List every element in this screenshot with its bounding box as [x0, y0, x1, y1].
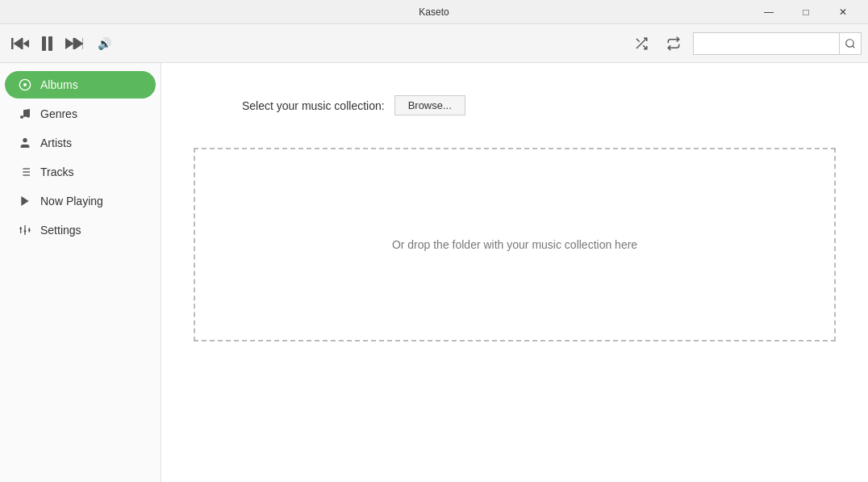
svg-marker-3 [23, 38, 30, 49]
tracks-label: Tracks [40, 166, 73, 178]
svg-point-28 [19, 228, 22, 230]
prev-icon [11, 37, 29, 50]
genres-label: Genres [40, 107, 77, 120]
prev-button[interactable] [6, 34, 34, 53]
svg-marker-1 [14, 38, 23, 49]
shuffle-button[interactable] [628, 31, 654, 57]
svg-marker-6 [75, 38, 83, 49]
albums-label: Albums [40, 78, 78, 91]
svg-point-30 [28, 229, 31, 232]
svg-point-17 [23, 138, 27, 142]
now-playing-icon [18, 194, 32, 208]
pause-icon [42, 36, 52, 51]
window-controls: — □ ✕ [750, 0, 862, 24]
genres-icon [18, 107, 32, 121]
pause-button[interactable] [37, 33, 57, 54]
volume-icon: 🔊 [98, 37, 111, 50]
sidebar-item-genres[interactable]: Genres [5, 100, 156, 128]
main-layout: Albums Genres Artists [0, 63, 868, 482]
sidebar-item-now-playing[interactable]: Now Playing [5, 187, 156, 215]
content-area: Select your music collection: Browse... … [161, 63, 868, 482]
settings-icon [18, 223, 32, 237]
transport-controls: 🔊 [6, 33, 111, 54]
close-button[interactable]: ✕ [824, 0, 862, 24]
svg-line-10 [636, 39, 640, 42]
search-button[interactable] [839, 33, 861, 54]
next-icon [65, 37, 83, 50]
repeat-button[interactable] [661, 31, 686, 57]
svg-rect-2 [21, 38, 23, 49]
now-playing-label: Now Playing [40, 195, 103, 207]
sidebar-item-tracks[interactable]: Tracks [5, 158, 156, 186]
drop-label: Or drop the folder with your music colle… [392, 238, 637, 251]
search-icon [845, 38, 856, 49]
search-input[interactable] [694, 33, 839, 54]
sidebar-item-albums[interactable]: Albums [5, 71, 156, 98]
search-box [693, 32, 862, 55]
browse-button[interactable]: Browse... [394, 95, 465, 115]
app-title: Kaseto [419, 6, 449, 18]
collection-label: Select your music collection: [242, 99, 385, 112]
artists-icon [18, 136, 32, 150]
toolbar-right [628, 31, 862, 57]
settings-label: Settings [40, 224, 81, 237]
svg-point-15 [20, 115, 23, 119]
sidebar: Albums Genres Artists [0, 63, 161, 482]
svg-line-12 [853, 45, 855, 48]
sidebar-item-artists[interactable]: Artists [5, 129, 156, 157]
svg-rect-0 [11, 38, 14, 49]
svg-point-29 [24, 230, 27, 233]
svg-point-16 [27, 115, 30, 118]
maximize-button[interactable]: □ [787, 0, 824, 24]
collection-selector: Select your music collection: Browse... [242, 95, 465, 115]
svg-rect-5 [73, 38, 76, 49]
repeat-icon [666, 36, 681, 51]
tracks-icon [18, 165, 32, 179]
next-button[interactable] [61, 34, 88, 53]
shuffle-icon [634, 36, 649, 51]
svg-point-11 [846, 39, 853, 46]
toolbar: 🔊 [0, 24, 868, 63]
artists-label: Artists [40, 136, 72, 149]
svg-rect-7 [83, 38, 84, 49]
title-bar: Kaseto — □ ✕ [0, 0, 868, 24]
drop-zone[interactable]: Or drop the folder with your music colle… [194, 148, 836, 342]
minimize-button[interactable]: — [750, 0, 787, 24]
svg-marker-24 [21, 196, 28, 206]
albums-icon [18, 78, 32, 92]
svg-marker-4 [65, 38, 74, 49]
sidebar-item-settings[interactable]: Settings [5, 216, 156, 244]
svg-point-14 [23, 83, 27, 86]
